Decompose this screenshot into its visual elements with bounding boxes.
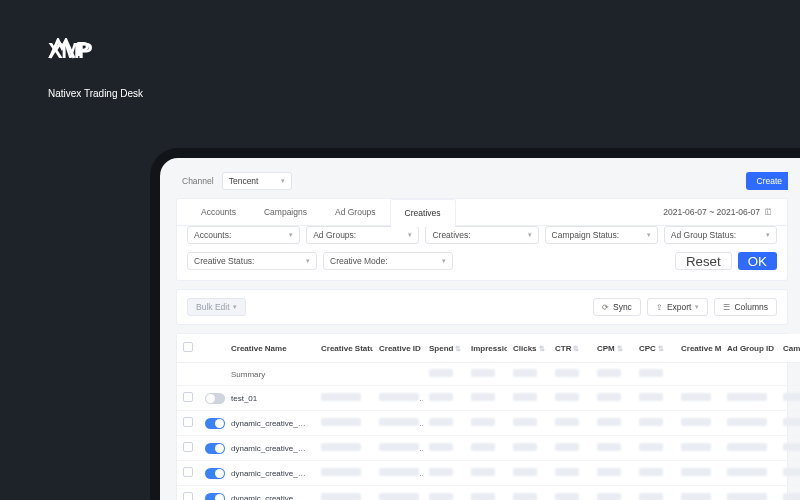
redacted-value	[597, 493, 621, 500]
ok-button[interactable]: OK	[738, 252, 777, 270]
col-clicks[interactable]: Clicks⇅	[507, 334, 549, 363]
redacted-value	[513, 468, 537, 476]
bulk-edit-button[interactable]: Bulk Edit▾	[187, 298, 246, 316]
redacted-value	[379, 493, 419, 500]
date-range-text: 2021-06-07 ~ 2021-06-07	[663, 207, 760, 217]
redacted-value	[471, 418, 495, 426]
status-toggle[interactable]	[205, 443, 225, 454]
redacted-value	[513, 443, 537, 451]
chevron-down-icon: ▾	[647, 231, 651, 239]
redacted-value	[639, 493, 663, 500]
tab-campaigns[interactable]: Campaigns	[250, 199, 321, 225]
row-checkbox[interactable]	[183, 442, 193, 452]
redacted-value	[639, 468, 663, 476]
cell-creative-name[interactable]: dynamic_creative_xm...	[225, 436, 315, 461]
redacted-value	[379, 393, 419, 401]
row-checkbox[interactable]	[183, 417, 193, 427]
sync-button[interactable]: ⟳Sync	[593, 298, 641, 316]
col-ctr[interactable]: CTR⇅	[549, 334, 591, 363]
filter-adgroups[interactable]: Ad Groups:▾	[306, 226, 419, 244]
redacted-value	[639, 443, 663, 451]
col-campaign-id[interactable]: Campaign ID	[777, 334, 800, 363]
row-checkbox[interactable]	[183, 467, 193, 477]
redacted-value	[597, 393, 621, 401]
cell-creative-name[interactable]: dynamic_creative_xm...	[225, 461, 315, 486]
tab-accounts[interactable]: Accounts	[187, 199, 250, 225]
tabs-filters-card: Accounts Campaigns Ad Groups Creatives 2…	[176, 198, 788, 281]
columns-icon: ☰	[723, 303, 730, 312]
columns-button[interactable]: ☰Columns	[714, 298, 777, 316]
table-row: dynamic_creative_xm...	[177, 436, 800, 461]
table-header-row: Creative Name Creative Status Creative I…	[177, 334, 800, 363]
channel-select[interactable]: Tencent ▾	[222, 172, 292, 190]
sort-icon: ⇅	[455, 345, 461, 352]
col-creative-status[interactable]: Creative Status	[315, 334, 373, 363]
table-row: dynamic_creative_xm...	[177, 461, 800, 486]
redacted-value	[597, 468, 621, 476]
summary-row: Summary	[177, 363, 800, 386]
col-creative-name[interactable]: Creative Name	[225, 334, 315, 363]
chevron-down-icon: ▾	[528, 231, 532, 239]
redacted-value	[783, 443, 800, 451]
channel-label: Channel	[182, 176, 214, 186]
tab-adgroups[interactable]: Ad Groups	[321, 199, 390, 225]
row-checkbox[interactable]	[183, 392, 193, 402]
chevron-down-icon: ▾	[408, 231, 412, 239]
filter-adgroup-status[interactable]: Ad Group Status:▾	[664, 226, 777, 244]
col-creative-mode[interactable]: Creative Mode	[675, 334, 721, 363]
redacted-value	[429, 393, 453, 401]
chevron-down-icon: ▾	[695, 303, 699, 311]
redacted-value	[597, 418, 621, 426]
redacted-value	[513, 393, 537, 401]
col-creative-id[interactable]: Creative ID	[373, 334, 423, 363]
create-button[interactable]: Create	[746, 172, 788, 190]
redacted-value	[429, 443, 453, 451]
filter-creatives[interactable]: Creatives:▾	[425, 226, 538, 244]
brand-logo: P XMP	[48, 38, 143, 86]
redacted-value	[639, 418, 663, 426]
col-cpm[interactable]: CPM⇅	[591, 334, 633, 363]
redacted-value	[379, 443, 419, 451]
redacted-value	[555, 468, 579, 476]
chevron-down-icon: ▾	[233, 303, 237, 311]
col-adgroup-id[interactable]: Ad Group ID	[721, 334, 777, 363]
table-row: dynamic_creative_xm...	[177, 411, 800, 436]
chevron-down-icon: ▾	[766, 231, 770, 239]
status-toggle[interactable]	[205, 468, 225, 479]
date-range-picker[interactable]: 2021-06-07 ~ 2021-06-07 🗓	[663, 207, 777, 217]
redacted-value	[727, 393, 767, 401]
reset-button[interactable]: Reset	[675, 252, 732, 270]
redacted-value	[783, 493, 800, 500]
cell-creative-name[interactable]: dynamic_creative_xm...	[225, 411, 315, 436]
status-toggle[interactable]	[205, 393, 225, 404]
row-checkbox[interactable]	[183, 492, 193, 500]
filter-campaign-status[interactable]: Campaign Status:▾	[545, 226, 658, 244]
tab-creatives[interactable]: Creatives	[390, 199, 456, 226]
col-spend[interactable]: Spend⇅	[423, 334, 465, 363]
filter-creative-status[interactable]: Creative Status:▾	[187, 252, 317, 270]
redacted-value	[555, 493, 579, 500]
redacted-value	[429, 493, 453, 500]
filter-accounts[interactable]: Accounts:▾	[187, 226, 300, 244]
col-impressions[interactable]: Impressions⇅	[465, 334, 507, 363]
redacted-value	[555, 393, 579, 401]
brand-block: P XMP Nativex Trading Desk	[48, 38, 143, 99]
channel-value: Tencent	[229, 176, 259, 186]
cell-creative-name[interactable]: dynamic_creative_xm...	[225, 486, 315, 501]
cell-creative-name[interactable]: test_01	[225, 386, 315, 411]
redacted-value	[597, 443, 621, 451]
device-frame: Channel Tencent ▾ Create Accounts Campai…	[150, 148, 800, 500]
redacted-value	[471, 468, 495, 476]
redacted-value	[681, 418, 711, 426]
select-all-checkbox[interactable]	[183, 342, 193, 352]
col-cpc[interactable]: CPC⇅	[633, 334, 675, 363]
redacted-value	[639, 393, 663, 401]
status-toggle[interactable]	[205, 418, 225, 429]
export-button[interactable]: ⇪Export▾	[647, 298, 709, 316]
table-card: Creative Name Creative Status Creative I…	[176, 333, 788, 500]
filter-creative-mode[interactable]: Creative Mode:▾	[323, 252, 453, 270]
redacted-value	[783, 418, 800, 426]
chevron-down-icon: ▾	[442, 257, 446, 265]
status-toggle[interactable]	[205, 493, 225, 501]
chevron-down-icon: ▾	[281, 177, 285, 185]
